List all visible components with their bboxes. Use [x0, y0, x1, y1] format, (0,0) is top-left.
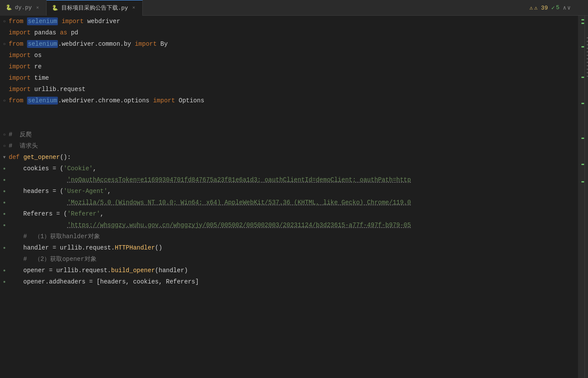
scrollbar-lines	[585, 16, 588, 378]
code-text-8: from selenium.webdriver.chrome.options i…	[9, 95, 575, 106]
fold-icon-13[interactable]: ▼	[0, 155, 9, 160]
gutter-20	[0, 234, 9, 239]
node-icon-18: ●	[0, 212, 9, 216]
gutter-9	[0, 110, 9, 115]
code-line-17: ● 'Mozilla/5.0 (Windows NT 10.0; Win64; …	[0, 197, 578, 208]
gutter-22	[0, 257, 9, 262]
tab-label: dy.py	[15, 4, 32, 11]
code-text-10	[9, 118, 575, 129]
python-file-icon: 🐍	[5, 4, 12, 11]
fold-icon-3[interactable]: ○	[0, 42, 9, 47]
chevron-up-icon[interactable]: ∧	[563, 4, 566, 11]
code-line-6: import time	[0, 72, 578, 84]
tab-label-main: 目标项目采购公告下载.py	[61, 4, 128, 12]
code-text-18: Referers = ('Referer',	[9, 208, 575, 219]
code-line-24: ● opener.addheaders = [headers, cookies,…	[0, 276, 578, 287]
code-text-23: opener = urllib.request.build_opener(han…	[9, 265, 575, 276]
code-text-20: # （1）获取hanlder对象	[9, 231, 575, 242]
code-text-15: 'noOauthAccessToken=e11699304701fd847675…	[9, 174, 575, 186]
margin-mark-6	[581, 138, 584, 139]
warning-count: ⚠ ⚠ 39	[530, 4, 548, 11]
gutter-10	[0, 121, 9, 126]
margin-mark-4	[581, 77, 584, 78]
tab-close-icon[interactable]: ×	[34, 4, 41, 11]
code-text-3: from selenium.webdriver.common.by import…	[9, 38, 575, 50]
code-line-13: ▼ def get_opener():	[0, 152, 578, 163]
gutter-7	[0, 87, 9, 92]
node-icon-15: ●	[0, 178, 9, 182]
code-line-10	[0, 118, 578, 129]
node-icon-17: ●	[0, 200, 9, 205]
margin-mark-5	[581, 103, 584, 104]
checkmark-icon: ✓	[551, 4, 555, 11]
code-line-16: ● headers = ('User-Agent',	[0, 186, 578, 197]
fold-icon-1[interactable]: ○	[0, 19, 9, 24]
margin-mark-7	[581, 164, 584, 165]
code-text-12: # 请求头	[9, 140, 575, 152]
node-icon-24: ●	[0, 280, 9, 284]
code-line-19: ● 'https://whsggzy.wuhu.gov.cn/whggzyjy/…	[0, 219, 578, 231]
code-line-23: ● opener = urllib.request.build_opener(h…	[0, 265, 578, 276]
code-text-1: from selenium import webdriver	[9, 16, 575, 27]
code-text-14: cookies = ('Cookie',	[9, 163, 575, 174]
right-margin-panel	[578, 16, 585, 378]
code-text-9	[9, 106, 575, 118]
code-line-15: ● 'noOauthAccessToken=e11699304701fd8476…	[0, 174, 578, 186]
status-bar-top: ⚠ ⚠ 39 ✓ 5 ∧ ∨	[530, 4, 588, 11]
fold-icon-8[interactable]: ○	[0, 98, 9, 103]
margin-mark-1	[581, 19, 584, 20]
code-text-7: import urllib.request	[9, 84, 575, 95]
fold-icon-12[interactable]: ○	[0, 144, 9, 148]
tab-close-icon-2[interactable]: ×	[131, 4, 137, 11]
node-icon-23: ●	[0, 268, 9, 273]
code-text-24: opener.addheaders = [headers, cookies, R…	[9, 276, 575, 287]
ok-count: ✓ 5	[551, 4, 560, 11]
code-line-12: ○ # 请求头	[0, 140, 578, 152]
chevron-down-icon[interactable]: ∨	[567, 4, 571, 11]
code-text-5: import re	[9, 61, 575, 72]
code-line-14: ● cookies = ('Cookie',	[0, 163, 578, 174]
margin-mark-8	[581, 181, 584, 182]
navigation-arrows[interactable]: ∧ ∨	[563, 4, 571, 11]
node-icon-14: ●	[0, 166, 9, 171]
code-line-8: ○ from selenium.webdriver.chrome.options…	[0, 95, 578, 106]
tab-dy-py[interactable]: 🐍 dy.py ×	[0, 0, 47, 16]
code-text-22: # （2）获取opener对象	[9, 253, 575, 265]
python-file-icon-2: 🐍	[52, 4, 59, 11]
gutter-5	[0, 64, 9, 69]
code-line-5: import re	[0, 61, 578, 72]
code-line-3: ○ from selenium.webdriver.common.by impo…	[0, 38, 578, 50]
node-icon-16: ●	[0, 189, 9, 194]
node-icon-19: ●	[0, 223, 9, 228]
code-panel[interactable]: ○ from selenium import webdriver import …	[0, 16, 578, 378]
code-editor[interactable]: ○ from selenium import webdriver import …	[0, 16, 588, 378]
fold-icon-11[interactable]: ○	[0, 132, 9, 137]
code-text-16: headers = ('User-Agent',	[9, 186, 575, 197]
node-icon-21: ●	[0, 246, 9, 250]
code-line-20: # （1）获取hanlder对象	[0, 231, 578, 242]
code-text-6: import time	[9, 72, 575, 84]
gutter-2	[0, 30, 9, 35]
tab-main-py[interactable]: 🐍 目标项目采购公告下载.py ×	[47, 0, 143, 16]
code-line-4: import os	[0, 50, 578, 61]
gutter-4	[0, 53, 9, 58]
tab-bar: 🐍 dy.py × 🐍 目标项目采购公告下载.py × ⚠ ⚠ 39 ✓ 5 ∧…	[0, 0, 588, 16]
code-line-9	[0, 106, 578, 118]
code-line-11: ○ # 反爬	[0, 129, 578, 140]
warning-icon: ⚠	[530, 4, 533, 11]
gutter-6	[0, 76, 9, 81]
code-line-7: import urllib.request	[0, 84, 578, 95]
code-line-22: # （2）获取opener对象	[0, 253, 578, 265]
code-text-17: 'Mozilla/5.0 (Windows NT 10.0; Win64; x6…	[9, 197, 575, 208]
ide-window: 🐍 dy.py × 🐍 目标项目采购公告下载.py × ⚠ ⚠ 39 ✓ 5 ∧…	[0, 0, 588, 378]
margin-mark-3	[581, 46, 584, 47]
code-text-11: # 反爬	[9, 129, 575, 140]
code-text-4: import os	[9, 50, 575, 61]
code-text-13: def get_opener():	[9, 152, 575, 163]
code-line-21: ● handler = urllib.request.HTTPHandler()	[0, 242, 578, 253]
code-line-2: import pandas as pd	[0, 27, 578, 38]
code-text-19: 'https://whsggzy.wuhu.gov.cn/whggzyjy/00…	[9, 219, 575, 231]
margin-mark-2	[581, 23, 584, 24]
code-text-2: import pandas as pd	[9, 27, 575, 38]
code-line-1: ○ from selenium import webdriver	[0, 16, 578, 27]
